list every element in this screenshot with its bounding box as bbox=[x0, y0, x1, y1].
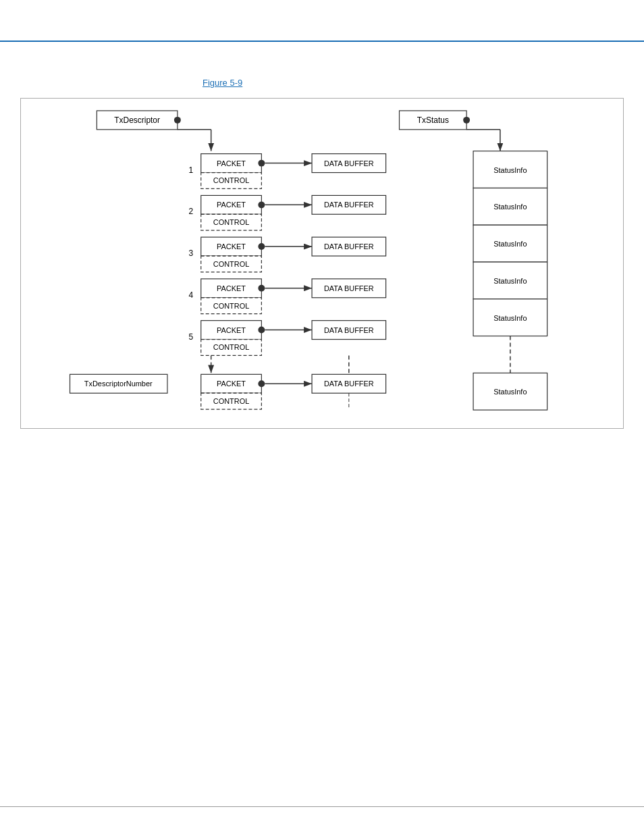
svg-text:1: 1 bbox=[188, 165, 193, 175]
svg-text:5: 5 bbox=[188, 332, 193, 342]
svg-text:StatusInfo: StatusInfo bbox=[493, 314, 527, 322]
svg-text:2: 2 bbox=[188, 207, 193, 216]
svg-point-4 bbox=[174, 117, 181, 124]
svg-text:3: 3 bbox=[188, 249, 193, 258]
svg-text:CONTROL: CONTROL bbox=[213, 176, 249, 184]
svg-text:DATA BUFFER: DATA BUFFER bbox=[324, 159, 374, 167]
svg-text:CONTROL: CONTROL bbox=[213, 397, 249, 405]
svg-text:PACKET: PACKET bbox=[217, 159, 246, 167]
svg-text:DATA BUFFER: DATA BUFFER bbox=[324, 201, 374, 209]
svg-text:TxDescriptorNumber: TxDescriptorNumber bbox=[84, 380, 153, 388]
svg-text:TxDescriptor: TxDescriptor bbox=[114, 115, 160, 125]
top-border bbox=[0, 41, 644, 42]
svg-point-18 bbox=[258, 160, 265, 167]
svg-point-66 bbox=[258, 327, 265, 334]
svg-text:PACKET: PACKET bbox=[217, 242, 246, 251]
svg-text:CONTROL: CONTROL bbox=[213, 218, 249, 226]
svg-point-42 bbox=[258, 243, 265, 250]
svg-text:StatusInfo: StatusInfo bbox=[493, 240, 527, 248]
svg-point-9 bbox=[463, 117, 470, 124]
svg-text:StatusInfo: StatusInfo bbox=[493, 388, 527, 396]
svg-text:CONTROL: CONTROL bbox=[213, 343, 249, 351]
svg-text:CONTROL: CONTROL bbox=[213, 260, 249, 268]
svg-text:PACKET: PACKET bbox=[217, 380, 246, 388]
svg-text:CONTROL: CONTROL bbox=[213, 302, 249, 310]
svg-text:PACKET: PACKET bbox=[217, 201, 246, 209]
svg-text:StatusInfo: StatusInfo bbox=[493, 203, 527, 211]
svg-text:DATA BUFFER: DATA BUFFER bbox=[324, 326, 374, 334]
svg-text:DATA BUFFER: DATA BUFFER bbox=[324, 380, 374, 388]
svg-point-54 bbox=[258, 285, 265, 292]
bottom-border bbox=[0, 806, 644, 807]
svg-point-30 bbox=[258, 201, 265, 208]
svg-point-82 bbox=[258, 380, 265, 387]
figure-link[interactable]: Figure 5-9 bbox=[203, 78, 242, 88]
svg-text:TxStatus: TxStatus bbox=[417, 115, 449, 125]
svg-text:4: 4 bbox=[188, 290, 193, 300]
svg-text:DATA BUFFER: DATA BUFFER bbox=[324, 242, 374, 251]
diagram-container: TxDescriptor TxStatus 1 PACKET CONTROL bbox=[20, 98, 624, 429]
svg-text:StatusInfo: StatusInfo bbox=[493, 277, 527, 285]
svg-text:PACKET: PACKET bbox=[217, 326, 246, 334]
svg-text:PACKET: PACKET bbox=[217, 284, 246, 292]
svg-text:StatusInfo: StatusInfo bbox=[493, 166, 527, 174]
svg-text:DATA BUFFER: DATA BUFFER bbox=[324, 284, 374, 292]
